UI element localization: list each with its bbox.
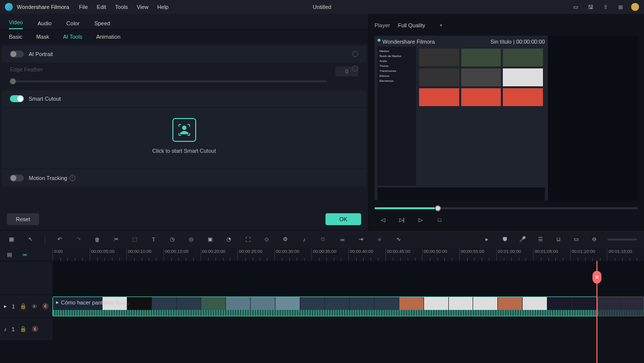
player-stop-button[interactable]: □ <box>435 215 444 224</box>
smart-cutout-start-button[interactable] <box>172 118 196 142</box>
player-step-button[interactable]: ▷| <box>397 215 406 224</box>
save-icon[interactable]: 🖫 <box>587 3 594 11</box>
video-track-mute-icon[interactable]: 🔇 <box>42 303 49 309</box>
track-spacer <box>0 261 644 295</box>
apps-icon[interactable]: ⊞ <box>616 3 624 11</box>
tab-animation[interactable]: Animation <box>96 34 120 40</box>
smart-cutout-cta: Click to start Smart Cutout <box>2 148 366 154</box>
tool-redo-icon[interactable]: ↷ <box>74 235 83 244</box>
motion-tracking-label: Motion Tracking <box>29 175 67 181</box>
menu-edit[interactable]: Edit <box>97 4 106 10</box>
ruler-mark: 00:01:10:00 <box>570 248 607 261</box>
tab-mask[interactable]: Mask <box>36 34 49 40</box>
tool-keyframe-icon[interactable]: ◇ <box>262 235 271 244</box>
tool-delete-icon[interactable]: 🗑 <box>93 235 102 244</box>
tool-mix-icon[interactable]: ∿ <box>394 235 403 244</box>
audio-track-head: ♪ 1 🔒 🔇 <box>0 318 53 340</box>
player-play-button[interactable]: ▷ <box>416 215 425 224</box>
tool-adjust-icon[interactable]: ⚙ <box>281 235 290 244</box>
tab-audio[interactable]: Audio <box>38 17 52 29</box>
ruler-mark: 00:00:50:00 <box>422 248 459 261</box>
upload-icon[interactable]: ⇧ <box>601 3 609 11</box>
tool-mic-icon[interactable]: 🎤 <box>518 235 527 244</box>
tool-select-icon[interactable]: ↖ <box>26 235 35 244</box>
chevron-down-icon: ▾ <box>440 23 442 28</box>
zoom-slider[interactable] <box>607 239 637 241</box>
ok-button[interactable]: OK <box>325 213 361 225</box>
track-spacer-content[interactable] <box>53 261 644 295</box>
player-panel: Player Full Quality ▾ Wondershare Filmor… <box>369 14 644 230</box>
tool-marker-icon[interactable]: ◈ <box>375 235 384 244</box>
player-prev-button[interactable]: ◁ <box>378 215 387 224</box>
track-link-icon[interactable]: ⫘ <box>20 250 29 259</box>
player-progress-fill <box>375 207 435 209</box>
edge-feather-label: Edge Feather <box>10 66 358 72</box>
menu-view[interactable]: View <box>137 4 149 10</box>
tool-group-icon[interactable]: ⧉ <box>319 235 327 244</box>
tool-link-icon[interactable]: ⫘ <box>337 235 346 244</box>
edge-feather-thumb[interactable] <box>10 78 16 84</box>
tool-undo-icon[interactable]: ↶ <box>55 235 64 244</box>
tab-speed[interactable]: Speed <box>94 17 110 29</box>
tab-color[interactable]: Color <box>66 17 79 29</box>
tool-duration-icon[interactable]: ◔ <box>224 235 233 244</box>
menu-file[interactable]: File <box>79 4 88 10</box>
tool-transform-icon[interactable]: ▣ <box>206 235 215 244</box>
tool-cut-icon[interactable]: ✂ <box>111 235 120 244</box>
tool-grid-icon[interactable]: ▦ <box>7 235 16 244</box>
ruler-mark: 00:01:05:00 <box>533 248 570 261</box>
track-manage-icon[interactable]: ▤ <box>5 250 14 259</box>
video-track-eye-icon[interactable]: 👁 <box>32 303 37 309</box>
player-scrubber[interactable] <box>375 207 638 209</box>
user-icon[interactable] <box>631 3 639 11</box>
video-clip[interactable]: ▸ Cómo hacer pantallas fina... <box>53 297 597 316</box>
tool-render-icon[interactable]: ▸ <box>483 235 491 244</box>
toolbar-right: ▸ ⛊ 🎤 ☰ ⊔ ▭ ⊖ <box>483 235 637 244</box>
motion-tracking-toggle[interactable] <box>10 175 24 182</box>
tool-shield-icon[interactable]: ⛊ <box>500 235 509 244</box>
tool-insert-icon[interactable]: ⇥ <box>356 235 365 244</box>
timeline-tracks: ▸ 1 🔒 👁 🔇 ▸ Cómo hacer pantallas fina... <box>0 261 644 340</box>
tool-fit-icon[interactable]: ▭ <box>572 235 581 244</box>
video-track-content[interactable]: ▸ Cómo hacer pantallas fina... <box>53 295 644 317</box>
edge-feather-reset-icon[interactable] <box>352 65 358 71</box>
tool-detect-icon[interactable]: ⛶ <box>243 235 252 244</box>
playhead[interactable] <box>596 261 597 363</box>
clip-thumbnails <box>53 297 597 310</box>
playhead-handle-icon[interactable] <box>592 271 601 284</box>
timeline-ruler[interactable]: 0:0000:00:05:0000:00:10:0000:00:15:0000:… <box>53 248 644 261</box>
tool-speed-icon[interactable]: ◷ <box>168 235 177 244</box>
tool-crop-icon[interactable]: ⬚ <box>130 235 139 244</box>
smart-cutout-toggle[interactable] <box>10 95 24 102</box>
tool-magnet-icon[interactable]: ⊔ <box>554 235 563 244</box>
video-track-lock-icon[interactable]: 🔒 <box>20 303 27 309</box>
timeline-toolbar: ▦ ↖ ↶ ↷ 🗑 ✂ ⬚ T ◷ ◎ ▣ ◔ ⛶ ◇ ⚙ ♪ ⧉ ⫘ ⇥ ◈ … <box>0 230 644 248</box>
tool-list-icon[interactable]: ☰ <box>536 235 545 244</box>
tool-color-icon[interactable]: ◎ <box>187 235 196 244</box>
menu-tools[interactable]: Tools <box>115 4 128 10</box>
audio-track-lock-icon[interactable]: 🔒 <box>20 326 27 332</box>
clip-audio-waveform <box>53 310 597 316</box>
player-progress-thumb[interactable] <box>435 205 441 211</box>
tool-zoomout-icon[interactable]: ⊖ <box>590 235 598 244</box>
video-track: ▸ 1 🔒 👁 🔇 ▸ Cómo hacer pantallas fina... <box>0 295 644 317</box>
tab-video[interactable]: Video <box>9 16 23 29</box>
tab-basic[interactable]: Basic <box>9 34 22 40</box>
screen-icon[interactable]: ▭ <box>572 3 580 11</box>
tool-audio-icon[interactable]: ♪ <box>300 235 309 244</box>
tool-text-icon[interactable]: T <box>149 235 158 244</box>
preview-viewport[interactable]: Wondershare FilmoraSin título | 00:00:00… <box>375 36 638 200</box>
tab-aitools[interactable]: AI Tools <box>63 34 82 40</box>
quality-dropdown[interactable]: Full Quality ▾ <box>398 22 442 28</box>
inspector-tabs-secondary: Basic Mask AI Tools Animation <box>0 30 368 44</box>
ai-portrait-reset-icon[interactable] <box>352 51 358 57</box>
edge-feather-slider[interactable] <box>10 80 327 82</box>
menu-help[interactable]: Help <box>158 4 169 10</box>
video-clip-2[interactable] <box>597 297 644 316</box>
motion-tracking-help-icon[interactable]: ? <box>69 175 75 181</box>
audio-track-mute-icon[interactable]: 🔇 <box>32 326 39 332</box>
ai-portrait-toggle[interactable] <box>10 51 24 58</box>
quality-value: Full Quality <box>398 22 425 28</box>
reset-button[interactable]: Reset <box>7 213 39 225</box>
audio-track-content[interactable] <box>53 318 644 340</box>
